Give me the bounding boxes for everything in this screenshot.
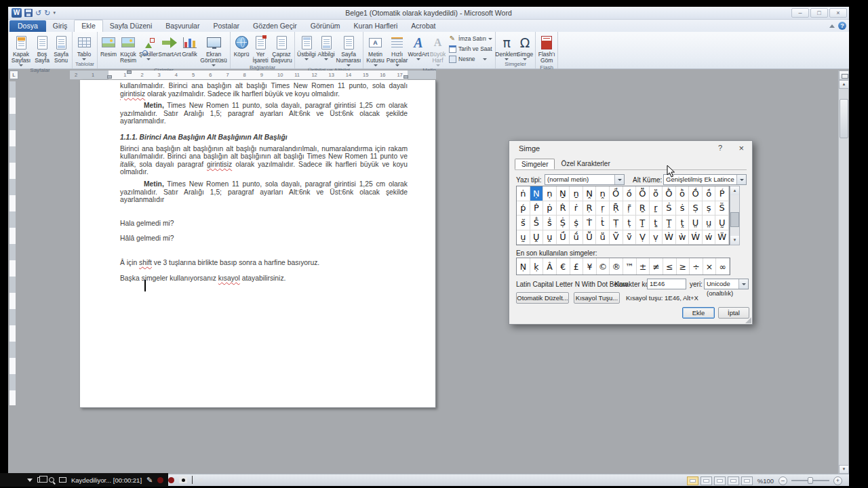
recent-symbol-cell[interactable]: ≠	[650, 258, 663, 274]
symbol-cell[interactable]: ṝ	[623, 201, 637, 216]
hizli-parcalar-button[interactable]: Hızlı Parçalar	[386, 33, 408, 66]
wordart-button[interactable]: A WordArt	[408, 33, 429, 66]
recent-symbol-cell[interactable]: €	[557, 258, 570, 274]
symbol-cell[interactable]: Ṩ	[557, 216, 570, 230]
symbol-cell[interactable]: Ṧ	[530, 216, 544, 230]
first-line-indent-marker[interactable]	[127, 70, 132, 74]
symbol-cell[interactable]: ṟ	[650, 201, 663, 216]
symbol-cell[interactable]: Ṝ	[610, 201, 623, 216]
symbol-cell[interactable]: Ṋ	[583, 186, 597, 201]
recent-symbol-cell[interactable]: £	[570, 258, 584, 274]
document-text[interactable]: kullanılmalıdır. Birinci ana başlığın al…	[120, 82, 408, 288]
symbol-cell[interactable]: ṛ	[596, 201, 610, 216]
symbol-cell[interactable]: ṙ	[570, 201, 583, 216]
recent-symbol-cell[interactable]: Â	[543, 258, 557, 274]
symbol-cell[interactable]: Ṓ	[689, 186, 703, 201]
symbol-cell[interactable]: Ṛ	[583, 201, 597, 216]
symbol-cell[interactable]: Ṥ	[715, 201, 729, 216]
document-page[interactable]: kullanılmalıdır. Birinci ana başlığın al…	[80, 80, 436, 408]
recent-symbol-cell[interactable]: ©	[597, 258, 610, 274]
recent-symbol-cell[interactable]: ®	[610, 258, 623, 274]
draft-view-button[interactable]	[741, 476, 753, 485]
vertical-ruler[interactable]	[9, 81, 16, 405]
metin-kutusu-button[interactable]: A Metin Kutusu	[365, 33, 386, 66]
symbol-cell[interactable]: Ṡ	[663, 201, 676, 216]
left-indent-marker[interactable]	[107, 75, 112, 79]
undo-icon[interactable]: ↺	[35, 9, 41, 17]
symbol-cell[interactable]: ṗ	[543, 201, 557, 216]
recent-symbol-cell[interactable]: ¥	[583, 258, 597, 274]
symbol-cell[interactable]: ẁ	[676, 230, 690, 245]
recent-symbol-cell[interactable]: Ṇ	[517, 258, 530, 274]
symbol-cell[interactable]: ṋ	[596, 186, 610, 201]
dialog-resize-grip[interactable]	[745, 317, 751, 323]
symbol-cell[interactable]: Ṫ	[583, 216, 597, 230]
zoom-slider-thumb[interactable]	[808, 477, 813, 484]
recorder-region-icon[interactable]	[59, 477, 66, 483]
symbol-cell[interactable]: Ṿ	[636, 230, 650, 245]
recorder-menu-caret-icon[interactable]	[27, 479, 33, 482]
flash-gom-button[interactable]: Flash'ı Göm	[537, 33, 556, 64]
capraz-basvuru-button[interactable]: Çapraz Başvuru	[270, 33, 293, 64]
recorder-record-dot-icon[interactable]	[168, 477, 174, 483]
nesne-button[interactable]: Nesne	[448, 55, 492, 63]
horizontal-ruler[interactable]: 211234567891011121314151617	[70, 70, 436, 79]
symbol-cell[interactable]: ṯ	[650, 216, 663, 230]
ruler-toggle-button[interactable]	[839, 70, 849, 80]
symbol-cell[interactable]: ṽ	[623, 230, 637, 245]
recent-symbol-cell[interactable]: ∞	[716, 258, 730, 274]
close-button[interactable]: ×	[829, 8, 847, 18]
symbol-cell[interactable]: ṧ	[543, 216, 557, 230]
symbol-cell[interactable]: Ṙ	[557, 201, 570, 216]
vertical-scrollbar[interactable]: ▲ ▼	[838, 70, 848, 474]
fullscreen-reading-view-button[interactable]	[701, 476, 712, 485]
symbol-cell[interactable]: ṡ	[676, 201, 690, 216]
symbol-cell[interactable]: ṣ	[703, 201, 716, 216]
sekiller-button[interactable]: Şekiller	[138, 33, 159, 66]
resim-button[interactable]: Resim	[99, 33, 118, 66]
recorder-camera-icon[interactable]	[179, 477, 187, 483]
character-code-input[interactable]: 1E46	[647, 279, 686, 289]
recorder-window-icon[interactable]	[37, 477, 44, 483]
symbol-cell[interactable]: ṭ	[623, 216, 637, 230]
redo-icon[interactable]: ↻	[44, 9, 50, 17]
kopru-button[interactable]: Köprü	[232, 33, 251, 64]
symbol-cell[interactable]: ṍ	[623, 186, 637, 201]
recent-symbol-cell[interactable]: ™	[623, 258, 637, 274]
from-dropdown[interactable]: Unicode (onaltılık)	[704, 279, 749, 289]
recent-symbol-cell[interactable]: ±	[637, 258, 650, 274]
grid-scrollbar-thumb[interactable]	[730, 212, 739, 227]
recent-symbols-row[interactable]: ṆḳÂ€£¥©®™±≠≤≥÷×∞	[516, 258, 730, 275]
symbol-cell[interactable]: ṻ	[596, 230, 610, 245]
symbol-cell[interactable]: Ṳ	[689, 216, 703, 230]
tab-ekle[interactable]: Ekle	[74, 20, 102, 32]
symbol-cell[interactable]: Ẅ	[715, 230, 729, 245]
symbol-cell[interactable]: ṇ	[543, 186, 557, 201]
symbol-cell[interactable]: ṕ	[517, 201, 530, 216]
symbol-cell[interactable]: Ṏ	[636, 186, 650, 201]
symbol-cell[interactable]: Ṣ	[689, 201, 703, 216]
symbol-cell[interactable]: Ṍ	[610, 186, 623, 201]
sayfa-sonu-button[interactable]: Sayfa Sonu	[52, 33, 71, 66]
altbilgi-button[interactable]: Altbilgi	[317, 33, 336, 66]
recorder-magnifier-icon[interactable]	[49, 477, 54, 483]
shortcut-key-button[interactable]: Kısayol Tuşu...	[574, 292, 620, 304]
scroll-down-button[interactable]: ▼	[839, 465, 849, 474]
symbol-cell[interactable]: Ṗ	[530, 201, 544, 216]
tab-giris[interactable]: Giriş	[46, 20, 75, 32]
maximize-button[interactable]: □	[810, 8, 828, 18]
symbol-cell[interactable]: Ṑ	[663, 186, 676, 201]
symbol-cell[interactable]: Ṻ	[583, 230, 597, 245]
qat-customize-caret-icon[interactable]: ▾	[53, 10, 56, 16]
dialog-title-bar[interactable]: Simge ? ×	[509, 141, 752, 156]
symbol-cell[interactable]: ṏ	[650, 186, 663, 201]
outline-view-button[interactable]	[728, 476, 739, 485]
symbol-cell[interactable]: ṳ	[703, 216, 716, 230]
zoom-out-button[interactable]: –	[778, 476, 787, 485]
recent-symbol-cell[interactable]: ×	[703, 258, 717, 274]
sayfa-numarasi-button[interactable]: Sayfa Numarası	[336, 33, 361, 66]
symbol-cell[interactable]: Ẃ	[689, 230, 703, 245]
recorder-pencil-icon[interactable]: ✎	[146, 476, 153, 484]
symbol-cell[interactable]: Ṯ	[636, 216, 650, 230]
symbol-cell[interactable]: ṫ	[596, 216, 610, 230]
